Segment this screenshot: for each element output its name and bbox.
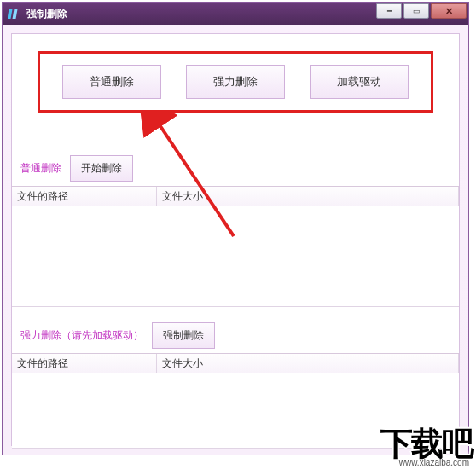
window-body: 普通删除 强力删除 加载驱动 普通删除 开始删除 文件的路径 文 [3, 25, 468, 455]
force-delete-button[interactable]: 强力删除 [186, 65, 285, 99]
main-panel: 普通删除 强力删除 加载驱动 普通删除 开始删除 文件的路径 文 [11, 33, 460, 446]
normal-delete-table-body[interactable] [12, 206, 459, 307]
svg-rect-1 [13, 9, 18, 19]
column-file-path[interactable]: 文件的路径 [12, 187, 157, 206]
force-delete-table-body[interactable] [12, 373, 459, 449]
app-window: 强制删除 ━ ▭ ✕ 普通删除 强力删除 加载驱动 普通 [2, 2, 469, 455]
minimize-button[interactable]: ━ [376, 3, 402, 19]
section-normal-delete-header: 普通删除 开始删除 [20, 155, 133, 182]
titlebar[interactable]: 强制删除 ━ ▭ ✕ [3, 3, 468, 25]
force-delete-table: 文件的路径 文件大小 [12, 353, 459, 449]
svg-rect-0 [8, 9, 13, 19]
maximize-button[interactable]: ▭ [403, 3, 429, 19]
column-file-size[interactable]: 文件大小 [157, 354, 459, 373]
window-controls: ━ ▭ ✕ [374, 3, 467, 19]
normal-delete-table: 文件的路径 文件大小 [12, 186, 459, 307]
close-button[interactable]: ✕ [431, 3, 467, 19]
normal-delete-button[interactable]: 普通删除 [62, 65, 161, 99]
start-delete-button[interactable]: 开始删除 [70, 155, 133, 182]
force-delete-action-button[interactable]: 强制删除 [152, 322, 215, 349]
app-icon [8, 7, 21, 20]
column-file-path[interactable]: 文件的路径 [12, 354, 157, 373]
section-normal-delete-label: 普通删除 [20, 161, 61, 176]
watermark-url: www.xiazaiba.com [399, 458, 469, 467]
column-file-size[interactable]: 文件大小 [157, 187, 459, 206]
section-force-delete-header: 强力删除（请先加载驱动） 强制删除 [20, 322, 215, 349]
section-force-delete-label: 强力删除（请先加载驱动） [20, 328, 143, 343]
table-header: 文件的路径 文件大小 [12, 186, 459, 206]
load-driver-button[interactable]: 加载驱动 [310, 65, 409, 99]
table-header: 文件的路径 文件大小 [12, 353, 459, 373]
highlighted-button-row: 普通删除 强力删除 加载驱动 [38, 51, 433, 113]
window-title: 强制删除 [26, 7, 67, 21]
